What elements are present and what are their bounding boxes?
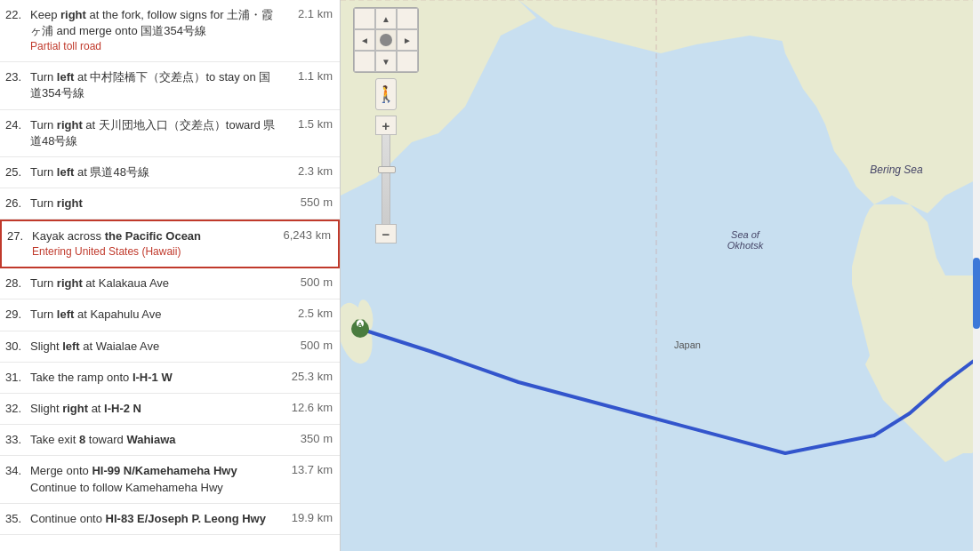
direction-row[interactable]: 23.Turn left at 中村陸橋下（交差点）to stay on 国道3… (0, 62, 340, 109)
direction-row[interactable]: 29.Turn left at Kapahulu Ave2.5 km (0, 299, 340, 331)
direction-row[interactable]: 35.Continue onto HI-83 E/Joseph P. Leong… (0, 504, 340, 535)
step-distance: 550 m (279, 196, 333, 209)
step-number: 33. (5, 432, 30, 446)
step-subtext: Entering United States (Hawaii) (32, 244, 277, 260)
svg-text:Sea of: Sea of (731, 229, 760, 240)
map-panel: Sea of Okhotsk Bering Sea Gulf of Alaska… (341, 0, 980, 551)
step-content: Turn right (30, 196, 279, 212)
step-subtext: Partial toll road (30, 39, 279, 54)
step-distance: 13.7 km (279, 463, 333, 476)
step-number: 23. (5, 69, 30, 84)
step-number: 22. (5, 7, 30, 21)
svg-text:Japan: Japan (674, 339, 701, 350)
step-content: Turn left at Kapahulu Ave (30, 307, 279, 323)
step-number: 24. (5, 117, 30, 132)
step-distance: 500 m (279, 276, 333, 289)
pan-ne-button[interactable] (397, 8, 418, 29)
direction-row[interactable]: 28.Turn right at Kalakaua Ave500 m (0, 268, 340, 299)
step-content: Take the ramp onto I-H-1 W (30, 370, 279, 386)
step-distance: 2.3 km (279, 164, 333, 178)
direction-row[interactable]: 26.Turn right550 m (0, 188, 340, 220)
step-content: Kayak across the Pacific OceanEntering U… (32, 228, 277, 260)
step-number: 35. (5, 511, 30, 525)
step-number: 28. (5, 276, 30, 290)
direction-row[interactable]: 31.Take the ramp onto I-H-1 W25.3 km (0, 363, 340, 394)
step-distance: 25.3 km (279, 370, 333, 383)
direction-row[interactable]: 22.Keep right at the fork, follow signs … (0, 0, 340, 62)
step-distance: 1.1 km (279, 69, 333, 83)
step-content: Slight left at Waialae Ave (30, 339, 279, 355)
step-distance: 19.9 km (279, 511, 333, 524)
step-subtext: Continue to follow Kamehameha Hwy (30, 480, 279, 496)
pan-center-button (375, 29, 397, 51)
pegman-button[interactable]: 🚶 (375, 78, 397, 110)
step-distance: 6,243 km (277, 228, 331, 242)
step-content: Merge onto HI-99 N/Kamehameha HwyContinu… (30, 463, 279, 495)
step-content: Turn right at 天川団地入口（交差点）toward 県道48号線 (30, 117, 279, 149)
step-distance: 2.5 km (279, 307, 333, 320)
pan-w-button[interactable]: ◄ (354, 29, 375, 51)
step-number: 26. (5, 196, 30, 210)
pan-controls: ▲ ◄ ► ▼ (353, 7, 419, 73)
step-number: 31. (5, 370, 30, 384)
map-scrollbar-thumb[interactable] (973, 258, 980, 329)
step-content: Turn left at 県道48号線 (30, 164, 279, 180)
pan-nw-button[interactable] (354, 8, 375, 29)
step-distance: 12.6 km (279, 401, 333, 414)
svg-text:Bering Sea: Bering Sea (870, 164, 923, 176)
step-content: Continue onto HI-83 E/Joseph P. Leong Hw… (30, 511, 279, 527)
zoom-out-button[interactable]: − (375, 224, 397, 244)
step-number: 29. (5, 307, 30, 321)
direction-row[interactable]: 24.Turn right at 天川団地入口（交差点）toward 県道48号… (0, 110, 340, 157)
step-content: Slight right at I-H-2 N (30, 401, 279, 417)
step-content: Take exit 8 toward Wahiawa (30, 432, 279, 448)
zoom-slider-track (382, 135, 390, 224)
svg-text:A: A (357, 321, 363, 329)
zoom-controls: + − (375, 116, 397, 244)
direction-row[interactable]: 25.Turn left at 県道48号線2.3 km (0, 157, 340, 188)
direction-row[interactable]: 33.Take exit 8 toward Wahiawa350 m (0, 425, 340, 456)
pan-e-button[interactable]: ► (397, 29, 418, 51)
direction-row[interactable]: 30.Slight left at Waialae Ave500 m (0, 331, 340, 363)
step-number: 25. (5, 164, 30, 179)
step-content: Turn right at Kalakaua Ave (30, 276, 279, 291)
svg-text:Okhotsk: Okhotsk (727, 240, 764, 251)
map-controls: ▲ ◄ ► ▼ 🚶 + − (353, 7, 419, 244)
step-distance: 1.5 km (279, 117, 333, 131)
directions-panel[interactable]: 22.Keep right at the fork, follow signs … (0, 0, 341, 551)
direction-row[interactable]: 34.Merge onto HI-99 N/Kamehameha HwyCont… (0, 456, 340, 503)
pan-sw-button[interactable] (354, 51, 375, 72)
step-content: Keep right at the fork, follow signs for… (30, 7, 279, 54)
pan-s-button[interactable]: ▼ (375, 51, 397, 72)
map-scrollbar-track (973, 0, 980, 551)
zoom-slider-thumb[interactable] (378, 166, 396, 173)
direction-row[interactable]: 32.Slight right at I-H-2 N12.6 km (0, 394, 340, 425)
pan-se-button[interactable] (397, 51, 418, 72)
direction-row[interactable]: 27.Kayak across the Pacific OceanEnterin… (0, 220, 340, 268)
step-distance: 350 m (279, 432, 333, 445)
step-distance: 2.1 km (279, 7, 333, 20)
step-number: 34. (5, 463, 30, 477)
step-number: 32. (5, 401, 30, 415)
step-number: 27. (7, 228, 32, 243)
zoom-in-button[interactable]: + (375, 116, 397, 135)
step-distance: 500 m (279, 339, 333, 352)
step-content: Turn left at 中村陸橋下（交差点）to stay on 国道354号… (30, 69, 279, 101)
step-number: 30. (5, 339, 30, 353)
pan-n-button[interactable]: ▲ (375, 8, 397, 29)
